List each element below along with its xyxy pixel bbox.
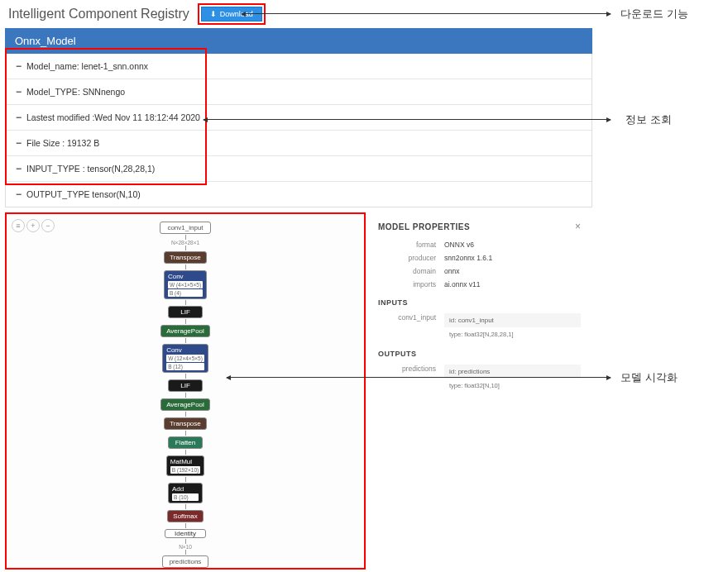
graph-panel[interactable]: ≡ + − conv1_input N×28×28×1 Transpose Co… — [5, 212, 366, 570]
prop-value: snn2onnx 1.6.1 — [444, 254, 581, 262]
download-icon: ⬇ — [210, 10, 217, 18]
input-type: type: float32[N,28,28,1] — [444, 329, 581, 340]
info-text: Lastest modified :Wed Nov 11 18:12:44 20… — [26, 112, 200, 122]
annotation-arrow — [242, 13, 611, 14]
info-file-size: −File Size : 19132 B — [6, 131, 592, 156]
graph-flow: conv1_input N×28×28×1 Transpose ConvW (4… — [7, 214, 364, 569]
annotation-info: 정보 조회 — [625, 112, 672, 127]
prop-label: domain — [378, 267, 444, 275]
output-type: type: float32[N,10] — [444, 380, 581, 391]
node-flatten[interactable]: Flatten — [168, 436, 203, 449]
annotation-viz: 모델 시각화 — [620, 370, 678, 385]
node-matmul[interactable]: MatMulB (192×10) — [166, 455, 204, 476]
info-input-type: −INPUT_TYPE : tensor(N,28,28,1) — [6, 156, 592, 182]
prop-label: predictions — [378, 365, 444, 391]
prop-label: imports — [378, 280, 444, 288]
info-output-type: −OUTPUT_TYPE tensor(N,10) — [6, 182, 592, 207]
node-identity[interactable]: Identity — [165, 529, 206, 538]
node-softmax[interactable]: Softmax — [167, 510, 203, 522]
node-conv2[interactable]: ConvW (12×4×5×5)B (12) — [162, 344, 208, 373]
annotation-arrow — [227, 377, 611, 378]
prop-label: format — [378, 241, 444, 249]
close-icon[interactable]: × — [575, 221, 581, 232]
node-transpose2[interactable]: Transpose — [164, 417, 207, 430]
page-title: Intelligent Component Registry — [0, 0, 198, 28]
node-lif2[interactable]: LIF — [168, 379, 203, 392]
inputs-section: INPUTS — [378, 298, 581, 307]
input-id: id: conv1_input — [444, 313, 581, 327]
outputs-section: OUTPUTS — [378, 350, 581, 358]
properties-title: MODEL PROPERTIES — [378, 222, 470, 231]
minus-icon: − — [16, 86, 22, 98]
info-list: −Model_name: lenet-1_snn.onnx −Model_TYP… — [5, 54, 592, 207]
minus-icon: − — [16, 188, 22, 200]
edge-label: N×28×28×1 — [171, 240, 199, 245]
prop-value: ai.onnx v11 — [444, 280, 581, 288]
node-transpose[interactable]: Transpose — [164, 251, 207, 264]
info-model-name: −Model_name: lenet-1_snn.onnx — [6, 54, 592, 79]
prop-label: producer — [378, 254, 444, 262]
annotation-arrow — [204, 119, 611, 120]
info-text: INPUT_TYPE : tensor(N,28,28,1) — [26, 164, 155, 174]
info-modified: −Lastest modified :Wed Nov 11 18:12:44 2… — [6, 105, 592, 131]
zoom-out-icon[interactable]: − — [41, 219, 55, 232]
prop-value: onnx — [444, 267, 581, 275]
node-avgpool2[interactable]: AveragePool — [160, 398, 210, 411]
zoom-in-icon[interactable]: + — [26, 219, 40, 232]
minus-icon: − — [16, 137, 22, 149]
info-text: Model_TYPE: SNNnengo — [26, 87, 125, 97]
download-label: Download — [220, 10, 253, 18]
node-input[interactable]: conv1_input — [160, 222, 210, 234]
node-conv1[interactable]: ConvW (4×1×5×5)B (4) — [164, 270, 207, 299]
minus-icon: − — [16, 112, 22, 123]
prop-label: conv1_input — [378, 313, 444, 340]
minus-icon: − — [16, 163, 22, 174]
info-text: Model_name: lenet-1_snn.onnx — [26, 61, 148, 71]
download-button[interactable]: ⬇ Download — [201, 7, 262, 21]
annotation-download: 다운로드 기능 — [620, 7, 688, 21]
info-model-type: −Model_TYPE: SNNnengo — [6, 79, 592, 105]
minus-icon: − — [16, 60, 22, 72]
node-add[interactable]: AddB (10) — [168, 483, 203, 503]
model-header: Onnx_Model — [5, 28, 592, 54]
node-lif1[interactable]: LIF — [168, 306, 203, 318]
prop-value: ONNX v6 — [444, 241, 581, 249]
info-text: OUTPUT_TYPE tensor(N,10) — [26, 189, 141, 199]
node-avgpool1[interactable]: AveragePool — [160, 325, 210, 337]
info-text: File Size : 19132 B — [26, 138, 99, 148]
menu-icon[interactable]: ≡ — [12, 219, 25, 232]
edge-label: N×10 — [179, 544, 192, 550]
node-output[interactable]: predictions — [162, 555, 209, 568]
properties-panel: MODEL PROPERTIES × formatONNX v6 produce… — [366, 212, 592, 570]
